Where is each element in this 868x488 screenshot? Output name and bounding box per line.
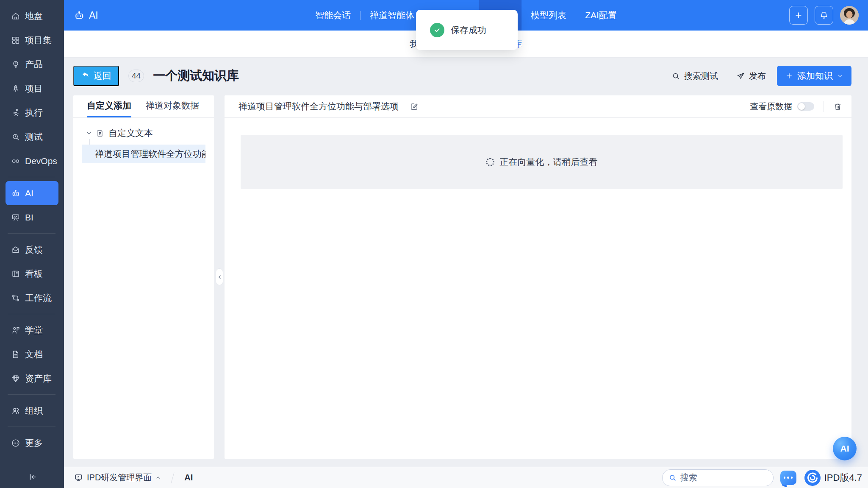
app-brand[interactable]: AI bbox=[64, 10, 98, 21]
monitor-icon bbox=[74, 473, 83, 482]
sidebar-item-label: 组织 bbox=[25, 405, 43, 417]
sidebar-item-workflow[interactable]: 工作流 bbox=[6, 286, 58, 310]
top-nav-controls bbox=[789, 6, 859, 25]
source-tree: 自定义文本 禅道项目管理软件全方位功能 bbox=[73, 118, 214, 163]
sidebar-item-kanban[interactable]: 看板 bbox=[6, 262, 58, 286]
program-grid-icon bbox=[11, 36, 20, 45]
sidebar-item-program[interactable]: 项目集 bbox=[6, 28, 58, 52]
nav-item-model-list[interactable]: 模型列表 bbox=[521, 0, 576, 31]
sidebar-item-label: 工作流 bbox=[25, 292, 52, 304]
toast-message: 保存成功 bbox=[451, 24, 486, 36]
page-title: 一个测试知识库 bbox=[153, 67, 239, 84]
zentao-logo-icon[interactable] bbox=[804, 470, 821, 486]
version-label: IPD版4.7 bbox=[824, 471, 862, 484]
search-input[interactable] bbox=[680, 473, 768, 482]
doc-page-icon bbox=[96, 129, 104, 137]
brand-label: AI bbox=[89, 10, 98, 21]
global-search[interactable] bbox=[662, 469, 774, 486]
project-rocket-icon bbox=[11, 84, 20, 93]
execution-runner-icon bbox=[11, 108, 20, 117]
back-arrow-icon bbox=[81, 71, 90, 81]
chevron-down-icon[interactable] bbox=[86, 131, 92, 136]
sidebar-divider bbox=[8, 177, 55, 177]
bi-board-icon bbox=[11, 213, 20, 222]
view-raw-toggle[interactable] bbox=[797, 102, 814, 111]
sidebar-item-qa[interactable]: 测试 bbox=[6, 125, 58, 149]
workflow-nodes-icon bbox=[11, 293, 20, 303]
sidebar-item-label: 项目集 bbox=[25, 34, 52, 46]
back-label: 返回 bbox=[94, 70, 111, 82]
sidebar-item-label: 看板 bbox=[25, 268, 43, 280]
document-panel: 禅道项目管理软件全方位功能与部署选项 查看原数据 正在向量化，请稍后查看 bbox=[225, 95, 851, 459]
tab-custom-add[interactable]: 自定义添加 bbox=[87, 100, 131, 117]
sidebar-item-ai[interactable]: AI bbox=[6, 181, 58, 205]
sidebar-item-product[interactable]: 产品 bbox=[6, 52, 58, 76]
feedback-envelope-icon bbox=[11, 245, 20, 254]
sidebar-divider bbox=[8, 233, 55, 234]
tree-item-selected[interactable]: 禅道项目管理软件全方位功能 bbox=[82, 145, 205, 163]
sidebar-item-org[interactable]: 组织 bbox=[6, 399, 58, 423]
tree-group-label: 自定义文本 bbox=[108, 127, 153, 139]
sidebar-item-label: 资产库 bbox=[25, 373, 52, 385]
publish-label: 发布 bbox=[749, 70, 766, 82]
document-header: 禅道项目管理软件全方位功能与部署选项 查看原数据 bbox=[225, 95, 851, 118]
assets-gem-icon bbox=[11, 374, 20, 383]
bottom-bar-right: IPD版4.7 bbox=[662, 469, 862, 486]
paper-plane-icon bbox=[736, 72, 745, 81]
sidebar-divider bbox=[8, 314, 55, 314]
sidebar-item-project[interactable]: 项目 bbox=[6, 76, 58, 100]
view-raw-label: 查看原数据 bbox=[750, 101, 792, 112]
publish-button[interactable]: 发布 bbox=[736, 70, 766, 82]
sidebar-item-devops[interactable]: DevOps bbox=[6, 149, 58, 173]
ai-assistant-float-button[interactable]: AI bbox=[833, 437, 857, 460]
search-test-button[interactable]: 搜索测试 bbox=[671, 70, 718, 82]
nav-item-chat[interactable]: 智能会话 bbox=[306, 0, 360, 31]
sidebar-item-doc[interactable]: 文档 bbox=[6, 342, 58, 366]
sidebar-item-tutoring[interactable]: 学堂 bbox=[6, 318, 58, 342]
user-avatar[interactable] bbox=[840, 6, 859, 25]
sidebar-item-label: 测试 bbox=[25, 131, 43, 143]
tab-zentao-object-data[interactable]: 禅道对象数据 bbox=[146, 100, 199, 117]
kb-header-row: 返回 44 一个测试知识库 搜索测试 发布 添加知识 bbox=[73, 66, 851, 86]
sidebar-item-label: BI bbox=[25, 212, 33, 223]
sidebar-collapse-button[interactable] bbox=[0, 472, 64, 482]
message-bubble-icon[interactable] bbox=[780, 471, 796, 485]
kb-id-badge: 44 bbox=[128, 70, 144, 82]
kb-actions: 搜索测试 发布 添加知识 bbox=[671, 66, 851, 86]
sidebar-item-feedback[interactable]: 反馈 bbox=[6, 237, 58, 262]
back-button[interactable]: 返回 bbox=[73, 66, 119, 86]
breadcrumb-separator bbox=[171, 472, 175, 483]
sidebar-item-more[interactable]: 更多 bbox=[6, 431, 58, 455]
more-ellipsis-icon bbox=[11, 438, 20, 448]
tutoring-icon bbox=[11, 326, 20, 335]
nav-item-agents[interactable]: 禅道智能体 bbox=[361, 0, 424, 31]
sidebar-item-label: 文档 bbox=[25, 349, 43, 360]
delete-button[interactable] bbox=[833, 102, 842, 111]
sidebar-item-execution[interactable]: 执行 bbox=[6, 100, 58, 125]
notification-button[interactable] bbox=[815, 6, 833, 25]
vectorizing-status-box: 正在向量化，请稍后查看 bbox=[241, 135, 843, 189]
sidebar-item-assets[interactable]: 资产库 bbox=[6, 366, 58, 390]
nav-item-zai-config[interactable]: ZAI配置 bbox=[576, 0, 626, 31]
sidebar-item-bi[interactable]: BI bbox=[6, 205, 58, 229]
edit-icon[interactable] bbox=[410, 102, 419, 111]
sidebar-item-dashboard[interactable]: 地盘 bbox=[6, 4, 58, 28]
sidebar-item-label: DevOps bbox=[25, 156, 57, 166]
document-tools: 查看原数据 bbox=[750, 101, 842, 112]
sidebar-item-label: 地盘 bbox=[25, 10, 43, 22]
add-knowledge-button[interactable]: 添加知识 bbox=[777, 66, 851, 86]
panel-collapse-handle[interactable] bbox=[216, 268, 223, 285]
add-knowledge-label: 添加知识 bbox=[797, 70, 833, 82]
tree-group-custom-text[interactable]: 自定义文本 bbox=[73, 127, 214, 139]
workspace-label: IPD研发管理界面 bbox=[87, 472, 152, 483]
create-button[interactable] bbox=[789, 6, 808, 25]
chevron-left-icon bbox=[217, 274, 222, 280]
workspace-switcher[interactable]: IPD研发管理界面 bbox=[74, 472, 161, 483]
plus-icon bbox=[785, 72, 793, 80]
doc-page-icon bbox=[11, 350, 20, 359]
chevron-up-icon bbox=[155, 475, 161, 480]
ai-robot-icon bbox=[74, 10, 85, 21]
sidebar-divider bbox=[8, 394, 55, 395]
success-check-icon bbox=[430, 23, 444, 37]
org-people-icon bbox=[11, 406, 20, 415]
